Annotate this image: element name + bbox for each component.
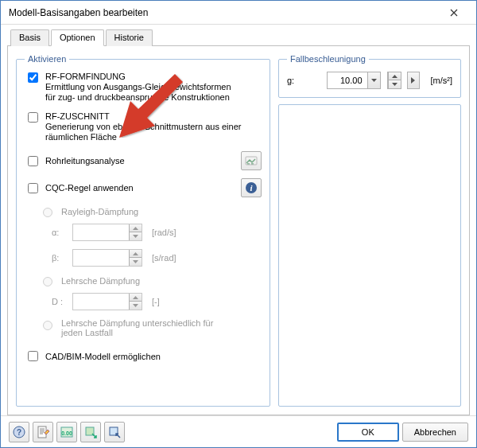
alpha-row: α: [rad/s] — [39, 224, 262, 241]
cqc-row: CQC-Regel anwenden i — [25, 178, 262, 197]
cadbim-label[interactable]: CAD/BIM-Modell ermöglichen — [45, 352, 161, 361]
svg-marker-5 — [133, 235, 138, 238]
cadbim-checkbox[interactable] — [28, 351, 38, 361]
export-button[interactable] — [80, 422, 101, 442]
edit-button[interactable] — [33, 422, 53, 442]
edit-icon — [36, 425, 50, 439]
lehrsche-diff-radio — [43, 321, 52, 330]
cqc-label[interactable]: CQC-Regel anwenden — [45, 183, 236, 193]
g-value: 10.00 — [328, 76, 367, 85]
ok-button[interactable]: OK — [337, 423, 399, 442]
help-button[interactable]: ? — [9, 422, 29, 442]
svg-marker-10 — [371, 79, 377, 82]
g-select[interactable]: 10.00 — [327, 72, 381, 89]
zuschnitt-row: RF-ZUSCHNITT Generierung von ebenen Schn… — [25, 111, 262, 142]
svg-marker-8 — [133, 296, 138, 299]
svg-text:0.00: 0.00 — [61, 430, 72, 436]
lehrsche-radio — [43, 277, 52, 286]
tab-historie[interactable]: Historie — [106, 29, 153, 46]
d-spin — [129, 294, 142, 310]
chevron-right-icon — [411, 77, 415, 84]
help-icon: ? — [12, 425, 26, 439]
lehrsche-diff-row: Lehrsche Dämpfung unterschiedlich für je… — [39, 318, 262, 337]
dialog-window: Modell-Basisangaben bearbeiten Basis Opt… — [0, 0, 477, 448]
svg-marker-9 — [133, 304, 138, 307]
g-dropdown[interactable] — [367, 72, 380, 88]
accel-legend: Fallbeschleunigung — [287, 54, 369, 64]
cancel-button[interactable]: Abbrechen — [402, 423, 468, 442]
units-icon: 0.00 — [60, 425, 74, 439]
accel-group: Fallbeschleunigung g: 10.00 — [278, 54, 461, 98]
d-label: D : — [52, 297, 68, 306]
g-spin[interactable] — [387, 72, 401, 89]
formfindung-label[interactable]: RF-FORMFINDUNG Ermittlung von Ausgangs-G… — [45, 72, 262, 102]
beta-row: β: [s/rad] — [39, 249, 262, 267]
svg-marker-11 — [392, 75, 398, 78]
beta-unit: [s/rad] — [152, 253, 176, 263]
rohr-checkbox[interactable] — [28, 156, 38, 166]
beta-input — [72, 249, 142, 267]
tabstrip: Basis Optionen Historie — [7, 29, 470, 46]
rayleigh-row: Rayleigh-Dämpfung — [39, 205, 262, 217]
left-column: Aktivieren RF-FORMFINDUNG Ermittlung von… — [16, 54, 270, 407]
aktivieren-legend: Aktivieren — [25, 54, 69, 64]
rohr-settings-button[interactable] — [241, 151, 262, 170]
alpha-label: α: — [52, 228, 68, 237]
d-unit: [-] — [152, 297, 160, 306]
svg-marker-7 — [133, 260, 138, 263]
svg-marker-12 — [392, 83, 398, 86]
formfindung-desc2: für zug- und druckbeanspruchte Konstrukt… — [45, 92, 262, 102]
close-button[interactable] — [438, 2, 470, 24]
svg-marker-4 — [133, 227, 138, 230]
dialog-title: Modell-Basisangaben bearbeiten — [9, 7, 438, 18]
lehrsche-label: Lehrsche Dämpfung — [61, 276, 140, 286]
svg-marker-13 — [411, 77, 415, 84]
cqc-info-button[interactable]: i — [241, 178, 262, 197]
rohr-row: Rohrleitungsanalyse — [25, 151, 262, 170]
tabpage-optionen: Aktivieren RF-FORMFINDUNG Ermittlung von… — [7, 45, 470, 415]
right-column: Fallbeschleunigung g: 10.00 — [278, 54, 461, 407]
units-button[interactable]: 0.00 — [56, 422, 77, 442]
rayleigh-label: Rayleigh-Dämpfung — [61, 207, 138, 216]
zuschnitt-title: RF-ZUSCHNITT — [45, 111, 262, 121]
settings-icon — [245, 154, 258, 167]
close-icon — [450, 9, 458, 17]
formfindung-desc1: Ermittlung von Ausgangs-Gleichgewichtsfo… — [45, 82, 262, 92]
alpha-field — [73, 225, 129, 240]
g-label: g: — [287, 76, 294, 85]
svg-marker-6 — [133, 252, 138, 255]
cqc-checkbox[interactable] — [28, 183, 38, 193]
export-icon — [83, 425, 98, 439]
cadbim-row: CAD/BIM-Modell ermöglichen — [25, 349, 262, 364]
g-step-button[interactable] — [407, 72, 420, 89]
zuschnitt-label[interactable]: RF-ZUSCHNITT Generierung von ebenen Schn… — [45, 111, 262, 142]
tab-basis[interactable]: Basis — [10, 29, 49, 46]
titlebar: Modell-Basisangaben bearbeiten — [1, 1, 476, 25]
beta-label: β: — [52, 253, 68, 263]
svg-text:?: ? — [17, 428, 21, 437]
dialog-footer: ? 0.00 OK Abbrechen — [1, 415, 476, 447]
rohr-label[interactable]: Rohrleitungsanalyse — [45, 156, 236, 166]
d-input — [72, 293, 142, 310]
formfindung-title: RF-FORMFINDUNG — [45, 72, 262, 81]
lehrsche-diff-label: Lehrsche Dämpfung unterschiedlich für je… — [61, 318, 220, 337]
alpha-input — [72, 224, 142, 241]
d-row: D : [-] — [39, 293, 262, 310]
import-button[interactable] — [104, 422, 125, 442]
info-icon: i — [245, 181, 258, 194]
g-unit: [m/s²] — [431, 76, 453, 85]
right-empty-panel — [278, 104, 461, 407]
rayleigh-radio — [43, 208, 52, 217]
zuschnitt-checkbox[interactable] — [28, 112, 38, 123]
formfindung-checkbox[interactable] — [28, 72, 38, 83]
zuschnitt-desc2: räumlichen Fläche — [45, 132, 262, 142]
tab-optionen[interactable]: Optionen — [51, 29, 104, 46]
alpha-unit: [rad/s] — [152, 228, 176, 237]
g-row: g: 10.00 [m/s²] — [287, 72, 452, 89]
aktivieren-group: Aktivieren RF-FORMFINDUNG Ermittlung von… — [16, 54, 270, 407]
d-field — [73, 294, 129, 309]
beta-spin — [129, 250, 142, 266]
beta-field — [73, 251, 129, 265]
zuschnitt-desc1: Generierung von ebenen Schnittmustern au… — [45, 122, 262, 131]
cqc-subgroup: Rayleigh-Dämpfung α: [rad/s — [25, 205, 262, 337]
